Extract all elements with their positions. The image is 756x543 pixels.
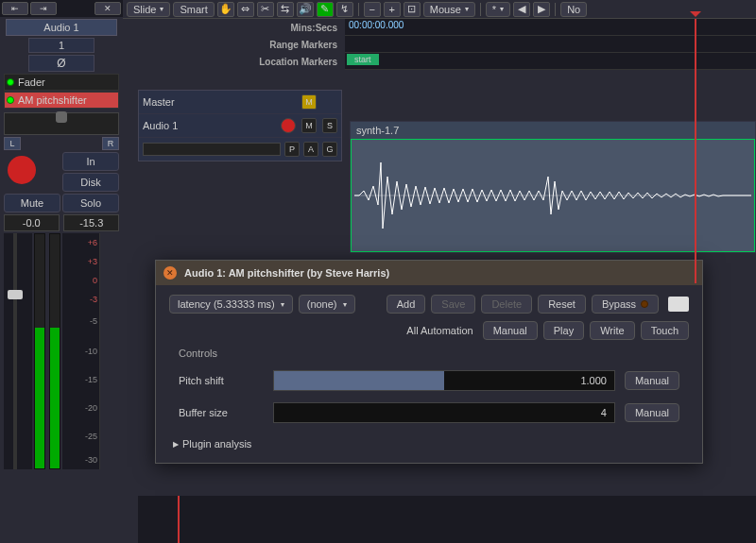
plugin-analysis-toggle[interactable]: ▶ Plugin analysis: [173, 438, 689, 450]
auto-write-button[interactable]: Write: [590, 321, 634, 340]
pitch-auto-button[interactable]: Manual: [625, 371, 679, 390]
content-tool-icon[interactable]: ↯: [336, 2, 353, 17]
track-mini-fader[interactable]: [143, 143, 281, 156]
add-button[interactable]: Add: [387, 295, 426, 314]
bypass-button[interactable]: Bypass: [592, 295, 659, 314]
buffer-size-label: Buffer size: [179, 407, 264, 418]
channel-buttons: In Disk Mute Solo: [4, 152, 119, 212]
zoom-in-icon[interactable]: +: [384, 2, 401, 17]
dialog-titlebar[interactable]: ✕ Audio 1: AM pitchshifter (by Steve Har…: [156, 261, 702, 285]
reset-button[interactable]: Reset: [538, 295, 586, 314]
meter-right: [49, 233, 60, 469]
pitch-shift-control: Pitch shift 1.000 Manual: [169, 365, 689, 397]
latency-dropdown[interactable]: latency (5.33333 ms)▾: [169, 295, 293, 314]
all-automation-label: All Automation: [406, 325, 472, 336]
ruler-loc-label: Location Markers: [123, 57, 345, 67]
meter-area: +6 +3 0 -3 -5 -10 -15 -20 -25 -30: [4, 233, 119, 469]
monitor-in-button[interactable]: In: [62, 152, 119, 171]
snap-unit-dropdown[interactable]: *▾: [486, 2, 510, 17]
pitch-shift-slider[interactable]: 1.000: [273, 370, 615, 391]
group-button[interactable]: G: [322, 142, 337, 157]
next-track-button[interactable]: ⇥: [30, 2, 57, 15]
db-fader[interactable]: -0.0: [4, 214, 60, 231]
zoom-out-icon[interactable]: −: [364, 2, 381, 17]
track-solo-button[interactable]: S: [322, 118, 337, 133]
phase-button[interactable]: Ø: [28, 55, 94, 72]
channel-name[interactable]: Audio 1: [6, 19, 117, 36]
prev-track-button[interactable]: ⇤: [2, 2, 28, 15]
controls-heading: Controls: [179, 348, 689, 359]
range-tool-icon[interactable]: ⇔: [237, 2, 254, 17]
plugin-list: Fader AM pitchshifter: [4, 74, 119, 109]
led-icon: [7, 78, 14, 86]
grab-tool-icon[interactable]: ✋: [217, 2, 234, 17]
audio1-track-row2: P A G: [139, 138, 341, 161]
close-strip-button[interactable]: ✕: [94, 2, 121, 15]
db-peak[interactable]: -15.3: [63, 214, 119, 231]
delete-button[interactable]: Delete: [481, 295, 532, 314]
pan-right[interactable]: R: [102, 137, 119, 150]
nudge-dropdown[interactable]: No: [560, 2, 587, 17]
summary-timeline[interactable]: [138, 496, 756, 543]
fader-thumb[interactable]: [8, 290, 23, 299]
save-button[interactable]: Save: [431, 295, 475, 314]
led-icon: [7, 96, 14, 104]
start-marker[interactable]: start: [347, 54, 379, 65]
buffer-size-slider[interactable]: 4: [273, 402, 615, 423]
keyboard-icon[interactable]: [668, 297, 689, 312]
preset-dropdown[interactable]: (none)▾: [299, 295, 355, 314]
channel-strip: ⇤ ⇥ ✕ Audio 1 1 Ø Fader AM pitchshifter …: [0, 0, 123, 471]
db-readout: -0.0 -15.3: [4, 214, 119, 231]
master-mute-button[interactable]: M: [301, 94, 317, 110]
nudge-fwd-icon[interactable]: ▶: [533, 2, 550, 17]
pan-readout: L R: [4, 137, 119, 150]
mute-button[interactable]: Mute: [4, 194, 60, 212]
master-track-header[interactable]: Master M: [139, 91, 341, 114]
solo-button[interactable]: Solo: [62, 194, 119, 212]
pan-slider[interactable]: [4, 112, 119, 135]
monitor-disk-button[interactable]: Disk: [62, 173, 119, 192]
volume-fader[interactable]: [4, 233, 32, 469]
playlist-button[interactable]: P: [284, 142, 300, 157]
track-number[interactable]: 1: [28, 38, 94, 53]
cut-tool-icon[interactable]: ✂: [257, 2, 274, 17]
ruler-mins-label: Mins:Secs: [123, 23, 345, 33]
plugin-am-pitchshifter[interactable]: AM pitchshifter: [4, 92, 119, 109]
auto-manual-button[interactable]: Manual: [483, 321, 538, 340]
draw-tool-icon[interactable]: ✎: [317, 2, 334, 17]
pan-left[interactable]: L: [4, 137, 21, 150]
track-rec-button[interactable]: [281, 118, 296, 133]
bypass-led-icon: [641, 300, 648, 308]
strip-nav: ⇤ ⇥ ✕: [0, 0, 123, 17]
playhead[interactable]: [695, 19, 696, 283]
ruler-area: Mins:Secs 00:00:00.000 Range Markers Loc…: [123, 19, 756, 70]
meter-left: [34, 233, 45, 469]
track-mute-button[interactable]: M: [301, 118, 317, 133]
automation-button[interactable]: A: [303, 142, 318, 157]
record-button[interactable]: [8, 156, 36, 184]
fader-area: L R: [4, 112, 119, 150]
close-icon[interactable]: ✕: [163, 266, 177, 280]
snap-mode-dropdown[interactable]: Mouse▾: [423, 2, 475, 17]
edit-mode-dropdown[interactable]: Slide▾: [127, 2, 170, 17]
buffer-size-value: 4: [601, 407, 607, 418]
plugin-fader[interactable]: Fader: [4, 74, 119, 91]
buffer-auto-button[interactable]: Manual: [625, 403, 679, 422]
auto-play-button[interactable]: Play: [543, 321, 584, 340]
meter-scale: +6 +3 0 -3 -5 -10 -15 -20 -25 -30: [62, 233, 100, 469]
dialog-title: Audio 1: AM pitchshifter (by Steve Harri…: [184, 267, 389, 279]
audio1-track-header[interactable]: Audio 1 M S: [139, 114, 341, 138]
pan-knob[interactable]: [56, 111, 67, 123]
stretch-tool-icon[interactable]: ⇆: [277, 2, 294, 17]
buffer-size-control: Buffer size 4 Manual: [169, 397, 689, 429]
audition-tool-icon[interactable]: 🔊: [297, 2, 314, 17]
auto-touch-button[interactable]: Touch: [641, 321, 689, 340]
ruler-range-label: Range Markers: [123, 40, 345, 50]
smart-mode-button[interactable]: Smart: [173, 2, 214, 17]
pitch-shift-value: 1.000: [580, 375, 607, 386]
nudge-back-icon[interactable]: ◀: [513, 2, 530, 17]
triangle-icon: ▶: [173, 440, 179, 449]
pitch-shift-label: Pitch shift: [179, 375, 264, 386]
summary-playhead[interactable]: [178, 496, 180, 543]
zoom-fit-icon[interactable]: ⊡: [404, 2, 421, 17]
